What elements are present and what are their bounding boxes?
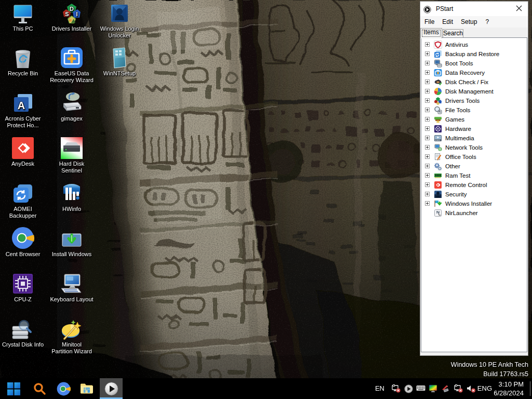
svg-text:D: D: [70, 6, 74, 12]
svg-text:A: A: [18, 100, 25, 111]
svg-text:I: I: [76, 11, 77, 17]
svg-text:S: S: [65, 11, 69, 17]
